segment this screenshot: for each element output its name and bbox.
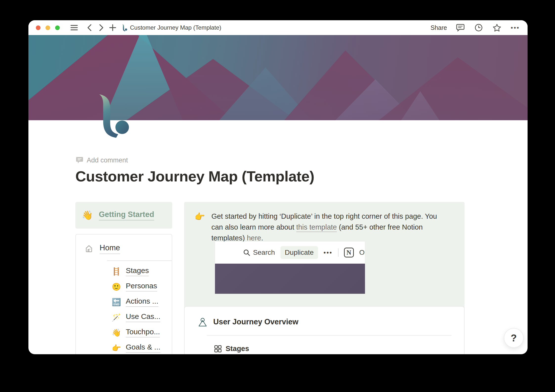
traffic-lights — [36, 25, 60, 30]
nav-item-label[interactable]: Use Cas... — [126, 312, 160, 322]
nav-item-home[interactable]: Home — [85, 243, 172, 254]
pointing-right-emoji-icon: 👉 — [111, 344, 121, 352]
overview-card-tabs: Stages — [214, 345, 464, 354]
search-icon — [243, 249, 250, 256]
callout-text: Get started by hitting ‘Duplicate’ in th… — [211, 211, 448, 243]
minimize-window-button[interactable] — [45, 25, 50, 30]
nav-divider — [107, 260, 172, 261]
add-comment-label: Add comment — [87, 157, 128, 164]
page-favicon-logo — [122, 24, 128, 31]
add-comment-button[interactable]: Add comment — [76, 157, 128, 164]
tab-stages-label[interactable]: Stages — [226, 345, 249, 353]
nav-item-touchpoints[interactable]: 👋 Touchpo... — [111, 328, 172, 337]
this-template-link[interactable]: this template — [296, 223, 337, 232]
nav-home-label[interactable]: Home — [100, 243, 120, 254]
favorite-star-icon[interactable] — [492, 23, 502, 33]
nav-item-label[interactable]: Actions ... — [126, 297, 158, 307]
page-icon-logo[interactable] — [95, 93, 132, 138]
embedded-open-label: Op — [359, 249, 365, 256]
smiley-emoji-icon: 🙂 — [111, 282, 121, 291]
overview-card-header[interactable]: User Journey Overview — [198, 317, 464, 327]
embedded-duplicate-button: Duplicate — [280, 246, 318, 259]
user-journey-overview-card: User Journey Overview Stages — [184, 306, 465, 354]
magic-wand-emoji-icon: 🪄 — [111, 313, 121, 322]
page-title[interactable]: Customer Journey Map (Template) — [75, 168, 314, 185]
more-options-button[interactable]: ••• — [510, 23, 520, 33]
getting-started-callout[interactable]: 👋 Getting Started — [75, 202, 172, 229]
pointing-right-emoji-icon: 👉 — [194, 211, 205, 243]
nav-item-stages[interactable]: 🪜 Stages — [111, 266, 172, 276]
embedded-search-label: Search — [253, 249, 275, 256]
zoom-window-button[interactable] — [55, 25, 60, 30]
notion-window: Customer Journey Map (Template) Share ••… — [28, 20, 528, 354]
callout-text-segment: . — [261, 234, 263, 242]
share-button[interactable]: Share — [430, 24, 447, 31]
nav-item-label[interactable]: Goals & ... — [126, 343, 160, 353]
page-nav-box: Home 🪜 Stages 🙂 Personas 🔚 Actions ... 🪄… — [75, 234, 172, 354]
nav-item-actions[interactable]: 🔚 Actions ... — [111, 297, 172, 307]
sidebar-menu-icon[interactable] — [69, 23, 79, 33]
duplicate-instructions-callout: 👉 Get started by hitting ‘Duplicate’ in … — [184, 202, 465, 318]
end-arrow-emoji-icon: 🔚 — [111, 298, 121, 306]
embedded-search-button: Search — [243, 249, 275, 256]
comment-bubble-icon — [76, 157, 83, 164]
embedded-screenshot[interactable]: Search Duplicate ••• N Op — [215, 241, 365, 294]
getting-started-link[interactable]: Getting Started — [99, 210, 154, 220]
screenshot-canvas: Customer Journey Map (Template) Share ••… — [0, 0, 555, 392]
embedded-screenshot-cover — [215, 264, 365, 294]
back-button[interactable] — [85, 23, 94, 33]
overview-card-divider — [207, 335, 451, 336]
nav-item-use-cases[interactable]: 🪄 Use Cas... — [111, 312, 172, 322]
wave-emoji-icon: 👋 — [111, 328, 121, 337]
titlebar: Customer Journey Map (Template) Share ••… — [28, 20, 528, 35]
embedded-more-button: ••• — [323, 249, 332, 256]
overview-card-title[interactable]: User Journey Overview — [213, 317, 299, 326]
window-title: Customer Journey Map (Template) — [130, 24, 221, 31]
embedded-toolbar: Search Duplicate ••• N Op — [215, 241, 365, 264]
embedded-toolbar-divider — [338, 248, 339, 257]
tab-stages[interactable]: Stages — [214, 345, 259, 354]
ladder-emoji-icon: 🪜 — [111, 267, 121, 276]
gallery-grid-icon — [214, 345, 222, 353]
close-window-button[interactable] — [36, 25, 41, 30]
forward-button[interactable] — [96, 23, 106, 33]
home-icon — [85, 245, 93, 253]
new-tab-button[interactable] — [108, 23, 118, 33]
nav-item-label[interactable]: Touchpo... — [126, 328, 160, 337]
nav-item-goals[interactable]: 👉 Goals & ... — [111, 343, 172, 353]
history-clock-icon[interactable] — [474, 23, 484, 33]
comments-icon[interactable] — [455, 23, 465, 33]
notion-logo-icon: N — [344, 248, 354, 257]
nav-item-personas[interactable]: 🙂 Personas — [111, 282, 172, 292]
help-button[interactable]: ? — [504, 328, 524, 348]
persona-pin-icon — [198, 317, 207, 327]
titlebar-actions: Share ••• — [430, 23, 520, 33]
nav-item-label[interactable]: Stages — [126, 266, 149, 276]
wave-emoji-icon: 👋 — [82, 210, 93, 220]
nav-item-label[interactable]: Personas — [126, 282, 157, 292]
